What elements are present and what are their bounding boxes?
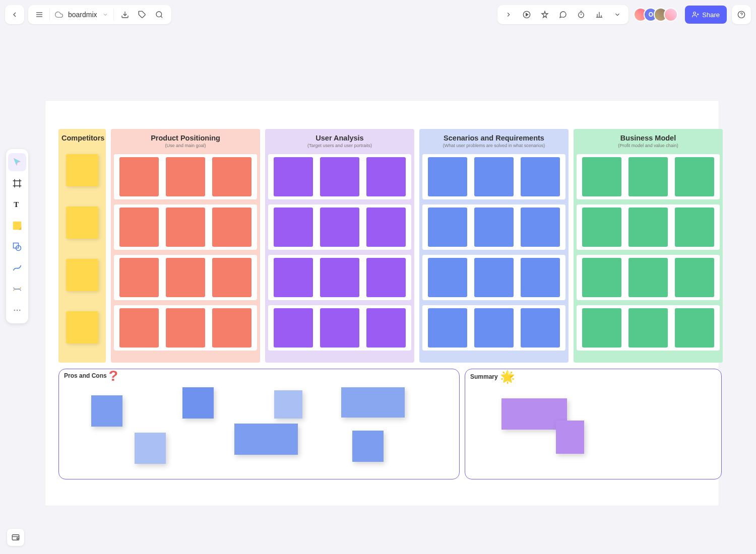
note[interactable] <box>582 258 621 297</box>
note[interactable] <box>675 258 714 297</box>
back-button[interactable] <box>5 5 24 24</box>
note[interactable] <box>66 259 98 291</box>
note[interactable] <box>366 258 406 297</box>
collaborator-avatars[interactable]: O <box>634 8 678 22</box>
tool-line[interactable] <box>8 259 26 277</box>
column-scenarios[interactable]: Scenarios and Requirements(What user pro… <box>419 129 569 363</box>
sticky-note[interactable] <box>341 387 405 418</box>
summary-box[interactable]: Summary 🌟 <box>465 369 722 479</box>
note[interactable] <box>66 311 98 343</box>
column-competitors[interactable]: Competitors <box>58 129 106 363</box>
note[interactable] <box>582 207 621 247</box>
chevron-right-icon[interactable] <box>499 11 518 18</box>
chart-icon[interactable] <box>590 11 608 19</box>
note[interactable] <box>628 258 668 297</box>
layers-button[interactable] <box>7 529 24 546</box>
note[interactable] <box>274 308 313 348</box>
note[interactable] <box>474 258 514 297</box>
note[interactable] <box>428 207 467 247</box>
note[interactable] <box>521 207 560 247</box>
note[interactable] <box>582 157 621 196</box>
note[interactable] <box>428 258 467 297</box>
summary-label: Summary 🌟 <box>470 372 515 381</box>
note[interactable] <box>320 308 359 348</box>
pros-cons-box[interactable]: Pros and Cons ? <box>58 369 460 479</box>
note[interactable] <box>320 157 359 196</box>
row <box>422 204 565 250</box>
more-chevron-icon[interactable] <box>608 11 626 18</box>
column-positioning[interactable]: Product Positioning(Use and main goal) <box>111 129 260 363</box>
note[interactable] <box>66 206 98 239</box>
chevron-down-icon[interactable] <box>102 12 108 18</box>
canvas[interactable]: Competitors Product Positioning(Use and … <box>45 101 719 506</box>
note[interactable] <box>366 308 406 348</box>
note[interactable] <box>675 157 714 196</box>
document-title[interactable]: boardmix <box>68 11 97 19</box>
column-business[interactable]: Business Model(Profit model and value ch… <box>574 129 723 363</box>
column-subtitle: (Profit model and value chain) <box>577 143 720 148</box>
timer-icon[interactable] <box>572 11 590 19</box>
tool-shape[interactable] <box>8 238 26 256</box>
note[interactable] <box>212 157 251 196</box>
tool-connector[interactable] <box>8 280 26 298</box>
sticky-note[interactable] <box>91 395 122 427</box>
note[interactable] <box>628 207 668 247</box>
note[interactable] <box>428 308 467 348</box>
note[interactable] <box>212 207 251 247</box>
tool-frame[interactable] <box>8 174 26 192</box>
tool-cursor[interactable] <box>8 153 26 171</box>
note[interactable] <box>521 258 560 297</box>
note[interactable] <box>521 157 560 196</box>
note[interactable] <box>628 157 668 196</box>
chat-icon[interactable] <box>554 11 572 19</box>
note[interactable] <box>166 258 205 297</box>
note[interactable] <box>628 308 668 348</box>
tool-sticky[interactable] <box>8 217 26 235</box>
note[interactable] <box>582 308 621 348</box>
help-button[interactable] <box>732 5 751 24</box>
note[interactable] <box>166 308 205 348</box>
note[interactable] <box>212 308 251 348</box>
avatar[interactable] <box>664 8 678 22</box>
note[interactable] <box>474 308 514 348</box>
note[interactable] <box>320 258 359 297</box>
menu-icon[interactable] <box>34 11 44 19</box>
column-title: Product Positioning <box>114 134 257 142</box>
sticky-note[interactable] <box>556 421 584 454</box>
note[interactable] <box>166 207 205 247</box>
note[interactable] <box>66 154 98 186</box>
note[interactable] <box>366 207 406 247</box>
note[interactable] <box>675 308 714 348</box>
note[interactable] <box>274 157 313 196</box>
note[interactable] <box>166 157 205 196</box>
tool-more[interactable] <box>8 301 26 319</box>
note[interactable] <box>474 157 514 196</box>
tool-text[interactable]: T <box>8 195 26 214</box>
share-button[interactable]: Share <box>685 6 727 24</box>
note[interactable] <box>474 207 514 247</box>
play-icon[interactable] <box>518 11 536 19</box>
note[interactable] <box>320 207 359 247</box>
note[interactable] <box>428 157 467 196</box>
note[interactable] <box>119 258 159 297</box>
note[interactable] <box>119 207 159 247</box>
sparkle-icon[interactable] <box>536 11 554 19</box>
note[interactable] <box>274 207 313 247</box>
note[interactable] <box>212 258 251 297</box>
sticky-note[interactable] <box>182 387 214 419</box>
sticky-note[interactable] <box>274 390 302 419</box>
note[interactable] <box>521 308 560 348</box>
note[interactable] <box>119 157 159 196</box>
sticky-note[interactable] <box>352 431 384 462</box>
note[interactable] <box>675 207 714 247</box>
download-icon[interactable] <box>119 11 131 19</box>
row <box>268 305 411 351</box>
search-icon[interactable] <box>153 11 165 19</box>
note[interactable] <box>119 308 159 348</box>
column-user[interactable]: User Analysis(Target users and user port… <box>265 129 414 363</box>
sticky-note[interactable] <box>234 424 298 455</box>
tag-icon[interactable] <box>136 11 148 19</box>
note[interactable] <box>274 258 313 297</box>
sticky-note[interactable] <box>135 433 166 464</box>
note[interactable] <box>366 157 406 196</box>
